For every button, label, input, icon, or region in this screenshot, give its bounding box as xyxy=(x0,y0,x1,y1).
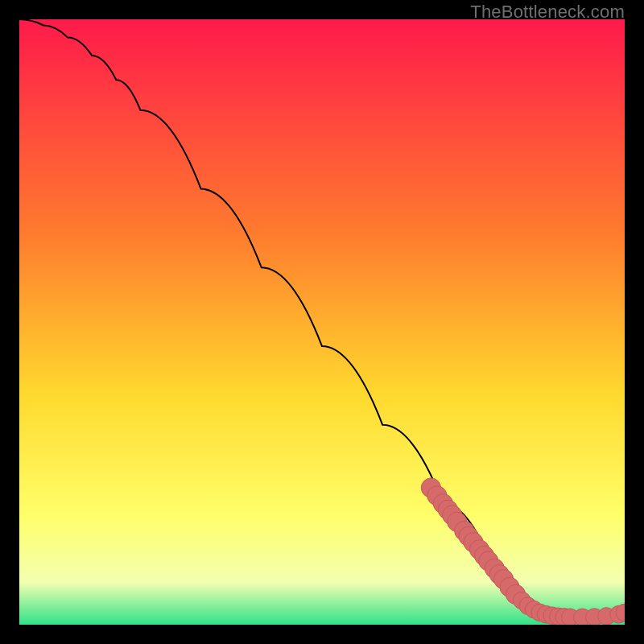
gradient-background xyxy=(19,19,625,625)
chart-svg xyxy=(19,19,625,625)
chart-stage: TheBottleneck.com xyxy=(0,0,644,644)
plot-area xyxy=(19,19,625,625)
